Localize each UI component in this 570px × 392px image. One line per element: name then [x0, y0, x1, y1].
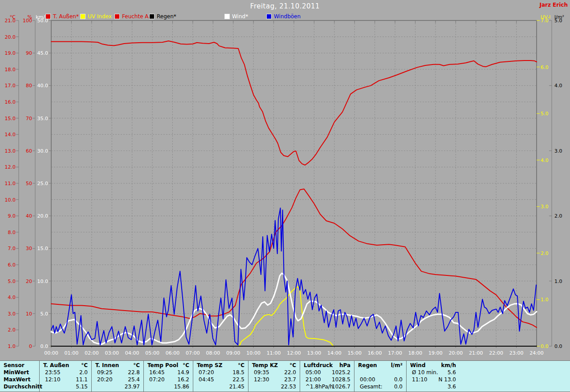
table-cell: N 13.0 — [438, 376, 456, 383]
hour-tick-label: 06:00 — [166, 350, 180, 356]
hour-tick-label: 09:00 — [226, 350, 240, 356]
hour-tick-label: 18:00 — [408, 350, 423, 356]
hour-tick-label: 10:00 — [246, 350, 261, 356]
weather-app-window: { "header": { "title": "Freitag, 21.10.2… — [0, 0, 570, 392]
hour-tick-label: 19:00 — [428, 350, 443, 356]
legend-item-tauen: T. Außen* — [45, 13, 79, 20]
hour-tick-label: 22:00 — [489, 350, 503, 356]
humidity-tick-label: 60 — [26, 148, 32, 154]
temp-tick-label: 18.0 — [5, 67, 16, 73]
table-cell: 11:10 — [412, 376, 428, 383]
table-cell: 22.5 — [232, 376, 244, 383]
table-cell: 07:20 — [199, 369, 214, 376]
stats-table: SensorMinWertMaxWertDurchschnittT. Außen… — [0, 360, 570, 392]
table-cell: 23.97 — [125, 383, 140, 390]
table-cell: 15.86 — [174, 383, 189, 390]
temp-tick-label: 6.0 — [8, 262, 16, 268]
wind-tick-label: 40.0 — [37, 83, 49, 89]
table-cell: °C — [289, 362, 296, 369]
humidity-tick-label: 70 — [26, 116, 32, 121]
uv-tick-label: 2.0 — [541, 251, 549, 256]
wind-tick-label: 20.0 — [37, 213, 49, 219]
author-label: Jarz Erich — [539, 2, 568, 8]
legend-swatch-icon — [45, 14, 51, 19]
table-cell: 5.6 — [448, 369, 456, 376]
table-column-t-innen: T. Innen°C09:2522.820:2025.423.97 — [91, 361, 143, 392]
hour-tick-label: 13:00 — [307, 350, 322, 356]
table-cell: 00:00 — [360, 376, 375, 383]
table-cell: 16.2 — [177, 376, 189, 383]
table-column-wind: Windkm/hØ 10 min.5.611:10N 13.03.6 — [406, 361, 460, 392]
rain-tick-label: 4.0 — [554, 83, 562, 89]
wind-tick-label: 25.0 — [37, 181, 49, 186]
table-cell: MaxWert — [4, 376, 30, 383]
temp-tick-label: 7.0 — [8, 246, 16, 251]
table-cell: °C — [238, 362, 244, 369]
legend-item-regen: Regen* — [149, 13, 176, 20]
hour-tick-label: 23:00 — [509, 350, 524, 356]
legend-label: Regen* — [157, 13, 176, 20]
table-cell: 1028.5 — [332, 376, 350, 383]
wind-tick-label: 15.0 — [37, 246, 49, 251]
table-cell: T. Innen — [95, 362, 119, 369]
uv-tick-label: 4.0 — [541, 158, 549, 163]
table-cell: ^1.8hPa/h — [305, 383, 333, 390]
temp-tick-label: 3.0 — [8, 311, 16, 317]
table-cell: 22.53 — [281, 383, 296, 390]
table-cell: 12:10 — [45, 376, 61, 383]
table-cell: Temp SZ — [197, 362, 222, 369]
temp-tick-label: 16.0 — [5, 99, 16, 105]
humidity-tick-label: 80 — [26, 83, 32, 89]
humidity-tick-label: 40 — [26, 213, 32, 219]
table-cell: 18.5 — [232, 369, 244, 376]
table-cell: 5.15 — [76, 383, 88, 390]
wind-tick-label: 10.0 — [37, 279, 49, 284]
table-cell: Temp KZ — [252, 362, 278, 369]
legend-item-uvindex: UV Index — [80, 13, 112, 20]
table-cell: 14.9 — [177, 369, 189, 376]
hour-tick-label: 03:00 — [105, 350, 119, 356]
hour-tick-label: 00:00 — [44, 350, 58, 356]
humidity-tick-label: 90 — [26, 50, 32, 56]
table-cell: 2.0 — [79, 369, 88, 376]
table-cell: Temp Pool — [147, 362, 178, 369]
temp-tick-label: 1.0 — [8, 344, 16, 349]
chart-legend: T. Außen*UV IndexFeuchte A.*Regen*Wind*W… — [0, 13, 570, 20]
humidity-tick-label: 30 — [26, 246, 32, 251]
humidity-tick-label: 50 — [26, 181, 32, 186]
table-cell: 23.7 — [284, 376, 296, 383]
table-column-temp-sz: Temp SZ°C07:2018.504:4522.521.45 — [193, 361, 248, 392]
table-cell: Wind — [410, 362, 425, 369]
table-rowlabel-column: SensorMinWertMaxWertDurchschnitt — [0, 361, 39, 392]
legend-item-wind: Wind* — [224, 13, 248, 20]
legend-label: Feuchte A.* — [122, 13, 153, 20]
hour-tick-label: 04:00 — [125, 350, 139, 356]
hour-tick-label: 21:00 — [469, 350, 483, 356]
hour-tick-label: 24:00 — [529, 350, 544, 356]
table-cell: 21:00 — [305, 376, 321, 383]
rain-tick-label: 3.0 — [554, 148, 562, 154]
hour-tick-label: 07:00 — [186, 350, 200, 356]
temp-tick-label: 17.0 — [5, 83, 16, 89]
temp-tick-label: 13.0 — [5, 148, 16, 154]
legend-item-feuchtea: Feuchte A.* — [114, 13, 153, 20]
hour-tick-label: 05:00 — [145, 350, 159, 356]
table-cell: 3.6 — [448, 383, 456, 390]
table-column-t-au-en: T. Außen°C23:552.012:1011.15.15 — [39, 361, 91, 392]
hour-tick-label: 20:00 — [448, 350, 463, 356]
temp-tick-label: 5.0 — [8, 279, 16, 284]
uv-tick-label: 3.0 — [541, 204, 549, 210]
table-cell: 23:55 — [45, 369, 61, 376]
table-cell: 25.4 — [128, 376, 140, 383]
table-cell: hPa — [339, 362, 350, 369]
legend-label: UV Index — [88, 13, 112, 20]
hour-tick-label: 14:00 — [327, 350, 342, 356]
table-cell: 07:20 — [149, 376, 165, 383]
table-cell: 16:45 — [149, 369, 165, 376]
wind-tick-label: 30.0 — [37, 148, 49, 154]
uv-tick-label: 1.0 — [541, 297, 549, 303]
temp-tick-label: 2.0 — [8, 327, 16, 333]
legend-swatch-icon — [149, 14, 155, 19]
table-column-regen: Regenl/m²00:000.0Gesamt:0.0 — [354, 361, 406, 392]
temp-tick-label: 15.0 — [5, 116, 16, 121]
